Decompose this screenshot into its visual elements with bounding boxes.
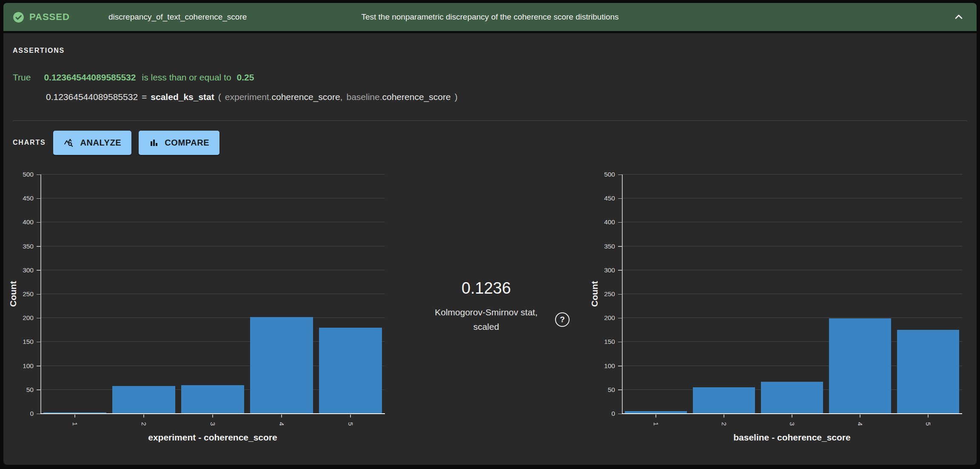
x-tick-label: 4 bbox=[855, 419, 865, 429]
histogram-bar[interactable] bbox=[250, 317, 313, 414]
histogram-bar[interactable] bbox=[319, 328, 382, 414]
status-badge: PASSED bbox=[13, 3, 70, 31]
y-tick-mark bbox=[37, 294, 40, 295]
analyze-button[interactable]: ANALYZE bbox=[53, 131, 131, 155]
y-tick-mark bbox=[618, 414, 622, 415]
collapse-chevron-up-icon[interactable] bbox=[954, 12, 964, 22]
test-description: Test the nonparametric discrepancy of th… bbox=[361, 3, 618, 31]
gridline bbox=[40, 222, 385, 222]
equation-separator: , bbox=[340, 92, 343, 102]
equation-arg2-namespace: baseline. bbox=[346, 92, 382, 102]
y-tick-mark bbox=[37, 342, 40, 343]
x-tick-label: 3 bbox=[787, 419, 797, 429]
gridline bbox=[40, 317, 385, 318]
y-tick-mark bbox=[618, 222, 622, 223]
gridline bbox=[622, 270, 962, 270]
x-tick-label: 5 bbox=[923, 419, 933, 429]
equation-arg2-field: coherence_score bbox=[382, 92, 451, 102]
y-axis-title: Count bbox=[590, 174, 600, 414]
gridline bbox=[622, 198, 962, 198]
gridline bbox=[40, 294, 385, 294]
x-tick-mark bbox=[792, 415, 792, 418]
assertion-result: True bbox=[13, 72, 31, 82]
x-tick-mark bbox=[281, 415, 282, 418]
y-tick-mark bbox=[37, 222, 40, 223]
y-tick-mark bbox=[37, 270, 40, 271]
gridline bbox=[622, 246, 962, 246]
compare-button-label: COMPARE bbox=[165, 138, 209, 148]
equation-arg1-namespace: experiment. bbox=[225, 92, 272, 102]
assertion-value: 0.12364544089585532 bbox=[44, 72, 136, 82]
x-tick-label: 4 bbox=[277, 419, 286, 429]
gridline bbox=[622, 294, 962, 294]
y-axis-title: Count bbox=[8, 174, 18, 414]
y-axis-line bbox=[622, 174, 623, 414]
compare-icon bbox=[149, 137, 159, 148]
test-result-body: ASSERTIONS True0.12364544089585532is les… bbox=[3, 33, 977, 465]
y-tick-mark bbox=[37, 414, 40, 415]
charts-section-label: CHARTS bbox=[13, 139, 46, 146]
y-tick-mark bbox=[37, 318, 40, 319]
equation-arg1-field: coherence_score bbox=[272, 92, 340, 102]
x-axis-title: experiment - coherence_score bbox=[40, 432, 385, 443]
equation-paren-open: ( bbox=[218, 92, 221, 102]
x-tick-label: 1 bbox=[70, 419, 80, 429]
equation-paren-close: ) bbox=[455, 92, 458, 102]
x-tick-mark bbox=[212, 415, 213, 418]
ks-stat-block: 0.1236 Kolmogorov-Smirnov stat, scaled bbox=[407, 279, 565, 334]
check-circle-icon bbox=[13, 11, 24, 23]
ks-stat-label: Kolmogorov-Smirnov stat, scaled bbox=[407, 305, 565, 334]
histogram-bar[interactable] bbox=[112, 386, 175, 414]
compare-button[interactable]: COMPARE bbox=[139, 131, 219, 155]
equation-operator: = bbox=[142, 92, 147, 102]
gridline bbox=[622, 222, 962, 222]
charts-toolbar: CHARTS ANALYZE COMPARE bbox=[13, 130, 227, 155]
equation-function-name: scaled_ks_stat bbox=[151, 92, 214, 102]
help-question-icon[interactable]: ? bbox=[555, 312, 570, 327]
x-tick-label: 1 bbox=[651, 419, 661, 429]
x-tick-mark bbox=[143, 415, 144, 418]
x-tick-label: 2 bbox=[139, 419, 148, 429]
y-tick-mark bbox=[618, 246, 622, 247]
histogram-bar[interactable] bbox=[761, 382, 823, 414]
y-tick-mark bbox=[37, 366, 40, 366]
test-result-header[interactable]: PASSED discrepancy_of_text_coherence_sco… bbox=[3, 3, 977, 31]
x-tick-mark bbox=[655, 415, 656, 418]
y-tick-mark bbox=[618, 198, 622, 199]
y-tick-mark bbox=[37, 174, 40, 175]
gridline bbox=[40, 246, 385, 246]
test-name: discrepancy_of_text_coherence_score bbox=[108, 3, 247, 31]
gridline bbox=[40, 174, 385, 174]
x-tick-label: 2 bbox=[719, 419, 729, 429]
analyze-icon bbox=[63, 137, 74, 148]
y-tick-mark bbox=[618, 318, 622, 319]
y-tick-mark bbox=[618, 294, 622, 295]
gridline bbox=[40, 198, 385, 198]
assertion-result-line: True0.12364544089585532is less than or e… bbox=[13, 72, 254, 83]
x-tick-label: 3 bbox=[208, 419, 217, 429]
y-tick-mark bbox=[618, 389, 622, 390]
y-tick-mark bbox=[37, 246, 40, 247]
y-tick-mark bbox=[618, 366, 622, 366]
x-axis-line bbox=[40, 413, 385, 415]
x-axis-line bbox=[622, 413, 962, 415]
y-tick-mark bbox=[618, 270, 622, 271]
x-tick-mark bbox=[350, 415, 351, 418]
x-tick-mark bbox=[74, 415, 75, 418]
y-tick-mark bbox=[37, 198, 40, 199]
histogram-bar[interactable] bbox=[897, 330, 959, 414]
assertions-section-label: ASSERTIONS bbox=[13, 47, 65, 54]
assertion-comparison: is less than or equal to bbox=[142, 72, 231, 82]
histogram-bar[interactable] bbox=[693, 387, 755, 414]
gridline bbox=[622, 174, 962, 174]
x-tick-mark bbox=[860, 415, 860, 418]
histogram-bar[interactable] bbox=[829, 318, 891, 414]
section-divider bbox=[13, 120, 967, 121]
histogram-bar[interactable] bbox=[181, 385, 244, 414]
x-tick-mark bbox=[928, 415, 929, 418]
x-tick-label: 5 bbox=[346, 419, 355, 429]
gridline bbox=[40, 270, 385, 270]
x-tick-mark bbox=[724, 415, 724, 418]
baseline-histogram: 05010015020025030035040045050012345basel… bbox=[622, 174, 962, 414]
ks-stat-value: 0.1236 bbox=[407, 279, 565, 297]
